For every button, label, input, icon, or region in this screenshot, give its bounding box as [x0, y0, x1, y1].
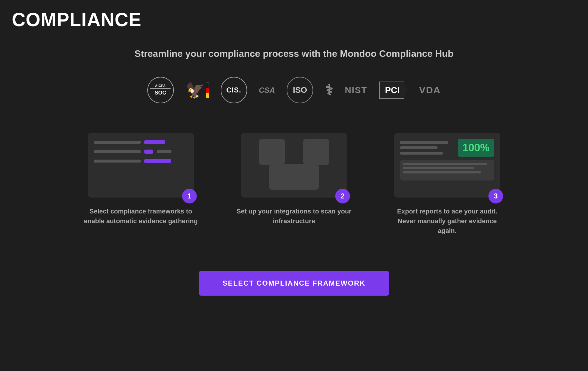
page-title: COMPLIANCE	[0, 0, 588, 37]
step-3-description: Export reports to ace your audit. Never …	[388, 206, 506, 236]
step-3-number: 3	[488, 189, 503, 203]
select-compliance-framework-button[interactable]: SELECT COMPLIANCE FRAMEWORK	[199, 271, 389, 296]
logo-caduceus: ⚕	[325, 82, 333, 99]
logos-row: AICPA SOC 🦅 CIS. CSA	[147, 77, 441, 103]
main-content: Streamline your compliance process with …	[0, 37, 588, 307]
step-1-description: Select compliance frameworks to enable a…	[82, 206, 200, 226]
logo-vda: VDA	[419, 85, 441, 96]
integration-block-4	[293, 164, 319, 190]
logo-cis: CIS.	[221, 77, 247, 103]
logo-nist: NIST	[345, 85, 367, 95]
logo-pci: PCI	[379, 82, 407, 99]
step-3-item: 100% 3 Export reports to ace your audit.…	[388, 133, 506, 236]
step-3-bottom-card	[400, 160, 494, 180]
integration-block-3	[269, 164, 295, 190]
logo-aicpa-soc: AICPA SOC	[147, 77, 174, 103]
steps-row: 1 Select compliance frameworks to enable…	[58, 133, 530, 236]
step-1-item: 1 Select compliance frameworks to enable…	[82, 133, 200, 226]
step-1-illustration: 1	[88, 133, 194, 198]
integration-block-1	[259, 139, 285, 165]
step-1-number: 1	[182, 189, 197, 203]
integration-block-2	[303, 139, 329, 165]
step-2-illustration: 2	[241, 133, 347, 198]
logo-iso: ISO	[287, 77, 313, 103]
logo-csa: CSA	[259, 86, 275, 95]
subtitle: Streamline your compliance process with …	[135, 48, 454, 59]
step-3-illustration: 100% 3	[394, 133, 500, 198]
logo-german-bsi: 🦅	[186, 82, 209, 98]
step-2-item: 2 Set up your integrations to scan your …	[235, 133, 353, 226]
step-2-number: 2	[335, 189, 350, 203]
step-3-score: 100%	[458, 139, 494, 157]
step-2-description: Set up your integrations to scan your in…	[235, 206, 353, 226]
